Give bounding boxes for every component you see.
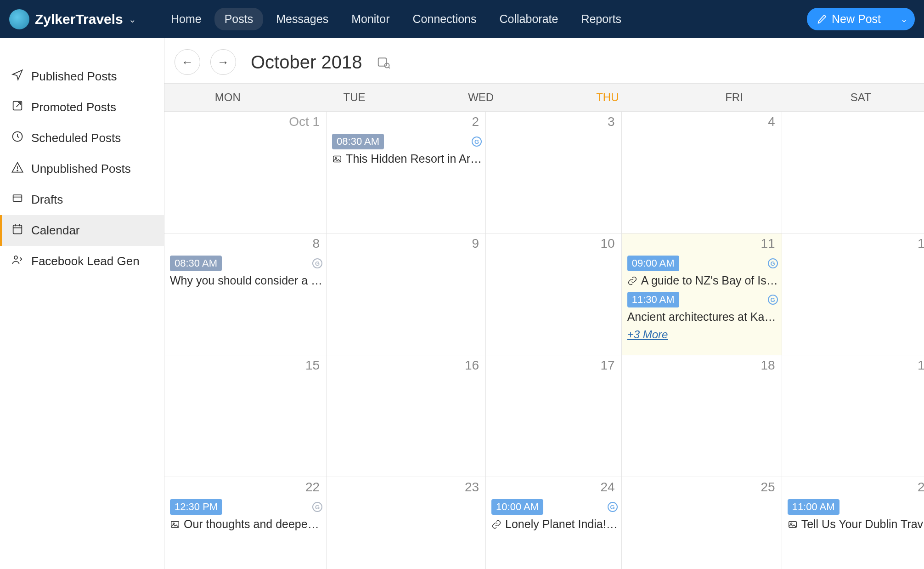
next-month-button[interactable]: → <box>210 49 236 75</box>
sidebar-item-facebook-lead-gen[interactable]: Facebook Lead Gen <box>0 246 164 277</box>
sidebar-item-label: Promoted Posts <box>31 100 116 114</box>
event-time-badge: 09:00 AM <box>627 256 679 271</box>
nav-messages[interactable]: Messages <box>266 8 338 30</box>
svg-point-3 <box>17 170 18 171</box>
brand-logo-icon <box>9 9 29 29</box>
day-number: 22 <box>170 480 322 495</box>
day-number: 23 <box>332 480 482 495</box>
event-title: This Hidden Resort in Ar… <box>332 152 482 165</box>
event-title: Ancient architectures at Ka… <box>627 310 778 324</box>
day-number: 10 <box>491 236 618 251</box>
sidebar-item-scheduled-posts[interactable]: Scheduled Posts <box>0 123 164 154</box>
calendar-cell[interactable]: 208:30 AMGThis Hidden Resort in Ar… <box>327 112 486 233</box>
external-icon <box>11 99 24 115</box>
svg-rect-5 <box>13 225 22 234</box>
event-time-badge: 12:30 PM <box>170 499 222 515</box>
calendar-cell[interactable]: 25 <box>622 477 782 569</box>
network-icon: G <box>472 137 482 147</box>
calendar-event[interactable]: 09:00 AMGA guide to NZ's Bay of Is… <box>627 256 778 287</box>
nav-reports[interactable]: Reports <box>571 8 631 30</box>
day-number: 3 <box>491 114 618 129</box>
weekday-sat: SAT <box>797 84 924 111</box>
weekday-mon: MON <box>164 84 291 111</box>
sidebar-item-calendar[interactable]: Calendar <box>0 215 164 246</box>
day-number: 12 <box>788 236 924 251</box>
day-number: 11 <box>627 236 778 251</box>
day-number: 2 <box>332 114 482 129</box>
clock-icon <box>11 130 24 146</box>
calendar-cell[interactable]: 1109:00 AMGA guide to NZ's Bay of Is…11:… <box>622 233 782 355</box>
nav-collaborate[interactable]: Collaborate <box>490 8 569 30</box>
calendar-search-icon[interactable] <box>377 55 390 69</box>
new-post-button[interactable]: New Post <box>807 8 893 30</box>
day-number: 18 <box>627 358 778 373</box>
calendar-cell[interactable]: 5 <box>782 112 924 233</box>
calendar-event[interactable]: 11:00 AMGTell Us Your Dublin Trav… <box>788 499 924 531</box>
calendar-cell[interactable]: 3 <box>486 112 622 233</box>
calendar-event[interactable]: 11:30 AMGAncient architectures at Ka… <box>627 292 778 324</box>
event-title: Our thoughts and deepe… <box>170 518 322 531</box>
sidebar-item-label: Facebook Lead Gen <box>31 254 140 268</box>
svg-line-9 <box>389 67 390 68</box>
top-nav: HomePostsMessagesMonitorConnectionsColla… <box>161 8 631 30</box>
weekday-tue: TUE <box>291 84 418 111</box>
nav-connections[interactable]: Connections <box>403 8 487 30</box>
calendar-cell[interactable]: 17 <box>486 355 622 477</box>
sidebar-item-unpublished-posts[interactable]: Unpublished Posts <box>0 154 164 184</box>
calendar-cell[interactable]: 19 <box>782 355 924 477</box>
day-number: Oct 1 <box>170 114 322 129</box>
calendar-event[interactable]: 10:00 AMGLonely Planet India!… <box>491 499 618 531</box>
network-icon: G <box>312 502 322 512</box>
calendar-cell[interactable]: 4 <box>622 112 782 233</box>
main: ← → October 2018 MONTUEWEDTHUFRISAT Oct … <box>164 38 924 569</box>
sidebar-item-label: Calendar <box>31 223 80 238</box>
calendar-cell[interactable]: 2212:30 PMGOur thoughts and deepe… <box>164 477 327 569</box>
brand-name: ZylkerTravels <box>35 11 123 27</box>
sidebar-item-drafts[interactable]: Drafts <box>0 184 164 215</box>
sidebar-item-label: Published Posts <box>31 69 117 84</box>
new-post-label: New Post <box>832 12 881 26</box>
nav-posts[interactable]: Posts <box>214 8 264 30</box>
calendar-cell[interactable]: 23 <box>327 477 486 569</box>
prev-month-button[interactable]: ← <box>175 49 200 75</box>
day-number: 16 <box>332 358 482 373</box>
calendar-cell[interactable]: 12 <box>782 233 924 355</box>
drafts-icon <box>11 192 24 208</box>
sidebar-item-published-posts[interactable]: Published Posts <box>0 61 164 92</box>
day-number: 15 <box>170 358 322 373</box>
new-post-dropdown-button[interactable]: ⌄ <box>893 8 915 30</box>
day-number: 24 <box>491 480 618 495</box>
day-number: 19 <box>788 358 924 373</box>
calendar-event[interactable]: 08:30 AMGThis Hidden Resort in Ar… <box>332 134 482 165</box>
day-number: 25 <box>627 480 778 495</box>
calendar-event[interactable]: 08:30 AMGWhy you should consider a … <box>170 256 322 287</box>
calendar-event[interactable]: 12:30 PMGOur thoughts and deepe… <box>170 499 322 531</box>
event-time-badge: 10:00 AM <box>491 499 543 515</box>
sidebar-item-promoted-posts[interactable]: Promoted Posts <box>0 92 164 123</box>
calendar-cell[interactable]: 2611:00 AMGTell Us Your Dublin Trav… <box>782 477 924 569</box>
event-title: Tell Us Your Dublin Trav… <box>788 518 924 531</box>
brand-switcher[interactable]: ZylkerTravels ⌄ <box>9 9 161 29</box>
topbar: ZylkerTravels ⌄ HomePostsMessagesMonitor… <box>0 0 924 38</box>
new-post-group: New Post ⌄ <box>807 8 915 30</box>
weekday-fri: FRI <box>671 84 798 111</box>
calendar-cell[interactable]: 808:30 AMGWhy you should consider a … <box>164 233 327 355</box>
calendar-cell[interactable]: 2410:00 AMGLonely Planet India!… <box>486 477 622 569</box>
nav-monitor[interactable]: Monitor <box>341 8 400 30</box>
calendar-cell[interactable]: 18 <box>622 355 782 477</box>
event-time-badge: 11:00 AM <box>788 499 839 515</box>
nav-home[interactable]: Home <box>161 8 212 30</box>
more-events-link[interactable]: +3 More <box>627 328 668 341</box>
calendar-cell[interactable]: 10 <box>486 233 622 355</box>
calendar-cell[interactable]: 15 <box>164 355 327 477</box>
sidebar-item-label: Unpublished Posts <box>31 162 131 176</box>
warn-icon <box>11 161 24 177</box>
calendar-title: October 2018 <box>251 52 362 73</box>
lead-icon <box>11 253 24 269</box>
day-number: 4 <box>627 114 778 129</box>
calendar-cell[interactable]: 16 <box>327 355 486 477</box>
event-title: Why you should consider a … <box>170 274 322 287</box>
arrow-left-icon: ← <box>181 55 193 69</box>
calendar-cell[interactable]: Oct 1 <box>164 112 327 233</box>
calendar-cell[interactable]: 9 <box>327 233 486 355</box>
